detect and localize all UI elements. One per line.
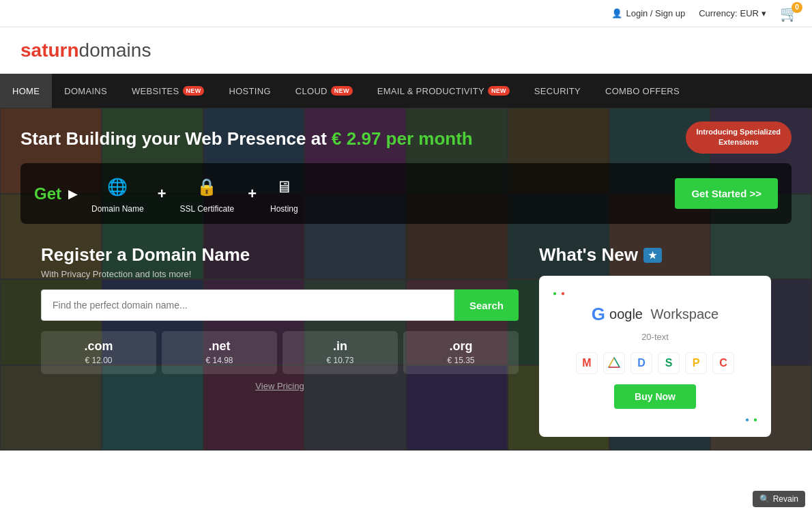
nav-item-domains[interactable]: DOMAINS bbox=[52, 74, 119, 108]
cart-button[interactable]: 🛒 0 bbox=[780, 5, 798, 23]
tld-org[interactable]: .org € 15.35 bbox=[403, 331, 519, 374]
get-bar: Get ▶ 🌐 Domain Name + 🔒 SSL Certificate … bbox=[20, 163, 792, 224]
tld-org-name: .org bbox=[410, 339, 512, 354]
top-bar: 👤 Login / Sign up Currency: EUR ▾ 🛒 0 bbox=[0, 0, 812, 27]
register-title: Register a Domain Name bbox=[41, 244, 519, 266]
register-domain-section: Register a Domain Name With Privacy Prot… bbox=[41, 244, 519, 437]
chevron-down-icon: ▾ bbox=[762, 8, 766, 18]
logo-domains: domains bbox=[79, 40, 151, 61]
buy-now-button[interactable]: Buy Now bbox=[614, 384, 696, 409]
tld-net-price: € 14.98 bbox=[205, 356, 233, 365]
logo-bar: saturndomains bbox=[0, 27, 812, 74]
user-icon: 👤 bbox=[611, 8, 622, 18]
gw-subtext: 20-text bbox=[641, 332, 669, 342]
tld-com-price: € 12.00 bbox=[85, 356, 112, 365]
docs-icon: D bbox=[630, 352, 652, 374]
nav-item-websites[interactable]: WEBSITES New bbox=[119, 74, 216, 108]
register-subtitle: With Privacy Protection and lots more! bbox=[41, 269, 519, 279]
hero-section: Introducing Specialized Extensions Start… bbox=[0, 108, 812, 451]
whats-new-section: What's New ★ ● ● G oogle Workspace 20-te… bbox=[539, 244, 771, 437]
get-item-domain-label: Domain Name bbox=[91, 204, 144, 214]
hero-headline: Start Building your Web Presence at € 2.… bbox=[20, 128, 792, 149]
get-item-domain: 🌐 Domain Name bbox=[91, 173, 144, 214]
svg-marker-0 bbox=[609, 358, 620, 367]
cart-badge: 0 bbox=[792, 2, 802, 13]
nav-item-hosting[interactable]: HOSTING bbox=[216, 74, 282, 108]
google-name: oogle bbox=[609, 306, 643, 322]
tld-com-name: .com bbox=[48, 339, 149, 354]
sheets-icon: S bbox=[658, 352, 680, 374]
currency-value: EUR bbox=[740, 8, 759, 18]
tld-com[interactable]: .com € 12.00 bbox=[41, 331, 156, 374]
login-link[interactable]: 👤 Login / Sign up bbox=[611, 8, 685, 18]
logo-saturn: saturn bbox=[20, 40, 79, 61]
gw-app-icons: M D S P C bbox=[576, 352, 734, 374]
ssl-icon: 🔒 bbox=[193, 173, 220, 201]
bottom-section: Register a Domain Name With Privacy Prot… bbox=[20, 224, 792, 437]
get-item-hosting: 🖥 Hosting bbox=[270, 173, 298, 214]
tld-in-name: .in bbox=[289, 339, 391, 354]
dot-green-2: ● bbox=[753, 416, 757, 423]
workspace-name: Workspace bbox=[647, 306, 719, 322]
nav-item-home[interactable]: HOME bbox=[0, 74, 52, 108]
view-pricing-link[interactable]: View Pricing bbox=[41, 381, 519, 391]
get-arrow: ▶ bbox=[68, 186, 78, 201]
domain-search-input[interactable] bbox=[41, 289, 454, 321]
currency-label: Currency: bbox=[699, 8, 737, 18]
headline-price: € 2.97 per month bbox=[332, 128, 473, 149]
dot-red-1: ● bbox=[561, 289, 565, 297]
google-workspace-logo: G oogle Workspace bbox=[592, 304, 719, 325]
hero-content: Start Building your Web Presence at € 2.… bbox=[0, 108, 812, 451]
drive-icon bbox=[603, 352, 625, 374]
tld-grid: .com € 12.00 .net € 14.98 .in € 10.73 .o… bbox=[41, 331, 519, 374]
domain-icon: 🌐 bbox=[104, 173, 131, 201]
google-workspace-card: ● ● G oogle Workspace 20-text M bbox=[539, 276, 771, 437]
get-item-hosting-label: Hosting bbox=[270, 204, 298, 214]
google-g: G bbox=[592, 304, 605, 325]
domain-search-button[interactable]: Search bbox=[454, 289, 519, 321]
calendar-icon: C bbox=[712, 352, 734, 374]
tld-in[interactable]: .in € 10.73 bbox=[282, 331, 398, 374]
nav-item-combo[interactable]: COMBO OFFERS bbox=[593, 74, 692, 108]
whats-new-title: What's New ★ bbox=[539, 244, 771, 266]
get-label: Get bbox=[34, 184, 61, 203]
tld-net-name: .net bbox=[169, 339, 270, 354]
get-item-ssl-label: SSL Certificate bbox=[180, 204, 235, 214]
hosting-icon: 🖥 bbox=[270, 173, 298, 201]
star-badge: ★ bbox=[643, 248, 662, 263]
get-started-button[interactable]: Get Started >> bbox=[675, 178, 778, 209]
login-label: Login / Sign up bbox=[626, 8, 685, 18]
dot-blue-1: ● bbox=[745, 416, 749, 423]
gmail-icon: M bbox=[576, 352, 598, 374]
nav-item-email[interactable]: EMAIL & PRODUCTIVITY New bbox=[365, 74, 522, 108]
dots-bottom: ● ● bbox=[745, 416, 757, 423]
nav-item-cloud[interactable]: CLOUD New bbox=[283, 74, 365, 108]
headline-prefix: Start Building your Web Presence at bbox=[20, 128, 327, 149]
plus-icon-2: + bbox=[248, 185, 257, 203]
navbar: HOME DOMAINS WEBSITES New HOSTING CLOUD … bbox=[0, 74, 812, 108]
get-item-ssl: 🔒 SSL Certificate bbox=[180, 173, 235, 214]
tld-org-price: € 15.35 bbox=[447, 356, 474, 365]
site-logo[interactable]: saturndomains bbox=[20, 40, 151, 61]
plus-icon-1: + bbox=[158, 185, 166, 203]
domain-search-bar: Search bbox=[41, 289, 519, 321]
slides-icon: P bbox=[685, 352, 707, 374]
tld-in-price: € 10.73 bbox=[326, 356, 353, 365]
tld-net[interactable]: .net € 14.98 bbox=[162, 331, 277, 374]
dots-top: ● ● bbox=[553, 289, 565, 297]
dot-green-1: ● bbox=[553, 289, 557, 297]
currency-selector[interactable]: Currency: EUR ▾ bbox=[699, 8, 766, 18]
nav-item-security[interactable]: SECURITY bbox=[522, 74, 593, 108]
